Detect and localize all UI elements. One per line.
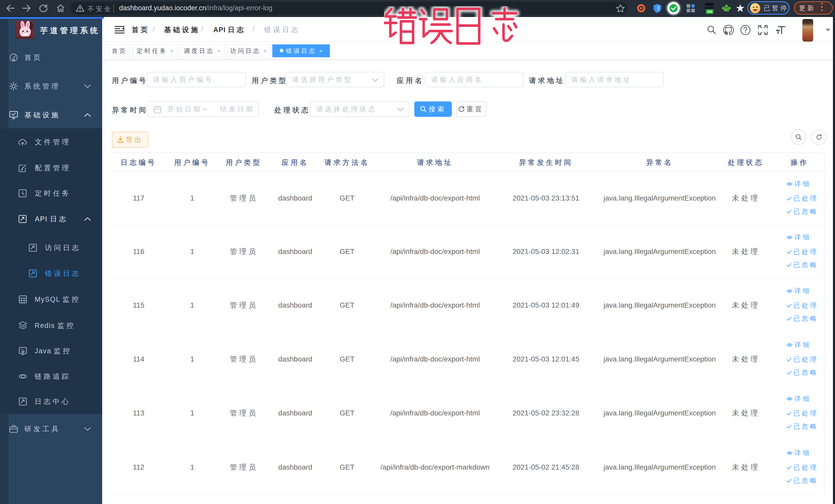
- svg-text:ON: ON: [707, 10, 712, 14]
